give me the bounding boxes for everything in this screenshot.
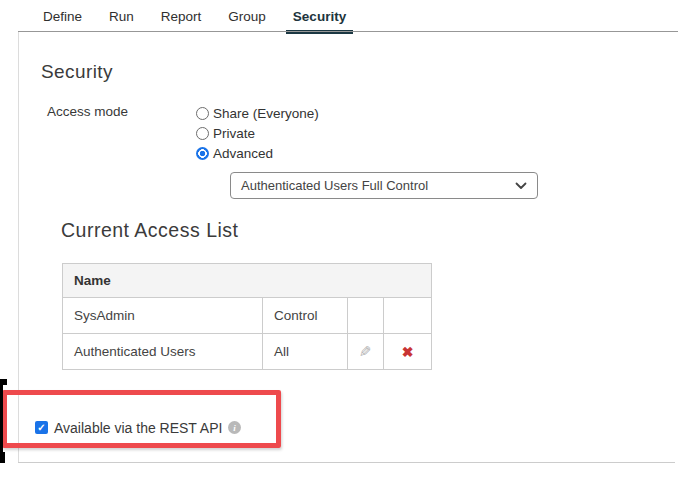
radio-button-icon[interactable] — [196, 127, 209, 140]
permission-preset-select[interactable]: Authenticated Users Full Control — [230, 172, 538, 199]
table-row-authenticated-users: Authenticated Users All ✎ ✖ — [63, 334, 432, 370]
tab-define[interactable]: Define — [36, 8, 89, 25]
radio-option-share-everyone[interactable]: Share (Everyone) — [196, 103, 319, 123]
cell-edit-empty — [348, 298, 384, 334]
radio-option-advanced[interactable]: Advanced — [196, 143, 319, 163]
table-header-row: Name — [63, 264, 432, 298]
cell-name: SysAdmin — [63, 298, 263, 334]
cell-delete: ✖ — [384, 334, 432, 370]
tab-security[interactable]: Security — [286, 8, 353, 25]
access-mode-radio-group: Share (Everyone) Private Advanced — [196, 103, 319, 163]
cell-edit: ✎ — [348, 334, 384, 370]
tab-bar-divider — [18, 31, 678, 32]
tab-group[interactable]: Group — [221, 8, 273, 25]
cell-delete-empty — [384, 298, 432, 334]
page-title: Security — [41, 61, 113, 83]
radio-option-label: Share (Everyone) — [213, 106, 319, 121]
rest-api-checkbox-label[interactable]: Available via the REST API — [54, 420, 222, 436]
selected-option-text: Authenticated Users Full Control — [241, 178, 515, 193]
column-header-name: Name — [63, 264, 432, 298]
radio-button-icon[interactable] — [196, 107, 209, 120]
info-tooltip-icon[interactable]: i — [228, 421, 241, 434]
chevron-down-icon — [515, 182, 527, 190]
annotation-highlight-box — [2, 390, 281, 448]
tab-report[interactable]: Report — [154, 8, 209, 25]
panel-bottom-border — [18, 462, 675, 463]
panel-left-border — [18, 32, 19, 462]
security-settings-page: Define Run Report Group Security Securit… — [0, 0, 678, 491]
rest-api-checkbox[interactable]: ✓ — [35, 421, 48, 434]
table-row-sysadmin: SysAdmin Control — [63, 298, 432, 334]
checkmark-icon: ✓ — [37, 423, 45, 433]
delete-x-icon[interactable]: ✖ — [402, 344, 414, 360]
radio-option-private[interactable]: Private — [196, 123, 319, 143]
tab-bar: Define Run Report Group Security — [36, 8, 353, 25]
access-mode-label: Access mode — [47, 104, 128, 119]
tab-run[interactable]: Run — [102, 8, 141, 25]
access-list-table: Name SysAdmin Control Authenticated User… — [62, 263, 432, 370]
radio-option-label: Private — [213, 126, 255, 141]
radio-option-label: Advanced — [213, 146, 273, 161]
cell-permission: All — [263, 334, 348, 370]
cell-name: Authenticated Users — [63, 334, 263, 370]
info-glyph: i — [233, 423, 236, 433]
access-list-title: Current Access List — [61, 219, 238, 242]
cell-permission: Control — [263, 298, 348, 334]
radio-button-selected-icon[interactable] — [196, 147, 209, 160]
pencil-edit-icon[interactable]: ✎ — [359, 343, 372, 361]
annotation-bracket-mark — [0, 379, 3, 463]
annotation-bracket-mark — [0, 452, 5, 463]
